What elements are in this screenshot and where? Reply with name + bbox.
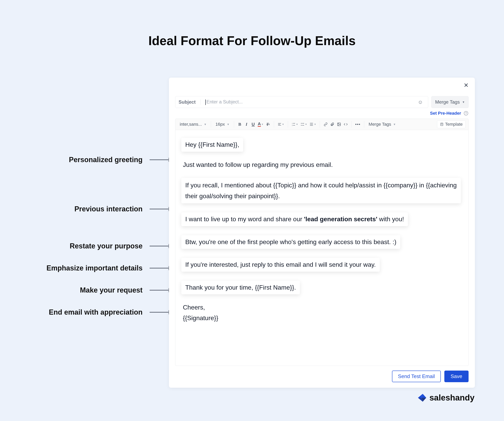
arrow-icon [150,312,172,313]
svg-text:2: 2 [292,125,293,126]
font-family-dropdown[interactable]: inter,sans... ▼ [178,121,208,128]
chevron-down-icon: ▼ [204,123,207,126]
merge-tags-label: Merge Tags [435,99,460,105]
brand-logo: saleshandy [417,393,474,403]
separator-icon [274,121,274,128]
chevron-down-icon: ▼ [393,123,396,126]
subject-placeholder-text: Enter a Subject... [207,99,243,104]
separator-icon [320,121,320,128]
email-editor-window: ✕ Subject Enter a Subject... ☺ Merge Tag… [169,78,475,388]
unordered-list-button[interactable]: ▼ [300,121,308,128]
merge-tags-toolbar-dropdown[interactable]: Merge Tags ▼ [367,121,397,128]
separator-icon [351,121,352,128]
subject-row: Subject Enter a Subject... ☺ Merge Tags … [175,96,468,108]
subject-label: Subject [179,99,201,105]
chevron-down-icon: ▼ [282,123,284,126]
font-size-value: 16px [215,122,225,127]
details-text: Btw, you're one of the first people who'… [181,235,400,249]
annotation-label: Emphasize important details [47,264,143,272]
set-preheader-link[interactable]: Set Pre-Header [430,111,461,116]
purpose-bold: 'lead generation secrets' [304,215,378,223]
formatting-toolbar: inter,sans... ▼ 16px ▼ B I U A▼ Tx ▼ 12 … [175,119,468,130]
emoji-icon[interactable]: ☺ [416,99,425,105]
arrow-icon [150,246,172,246]
arrow-icon [150,209,172,209]
arrow-icon [150,159,172,160]
ordered-list-button[interactable]: 12 ▼ [291,121,299,128]
chevron-down-icon: ▼ [227,123,229,126]
font-family-value: inter,sans... [180,122,202,127]
annotation-purpose: Restate your purpose [70,242,173,250]
annotation-column: Personalized greeting Previous interacti… [0,0,173,421]
arrow-icon [150,290,172,291]
send-test-email-button[interactable]: Send Test Email [392,371,441,382]
align-button[interactable]: ▼ [277,121,285,128]
chevron-down-icon: ▼ [261,123,264,126]
purpose-post: with you! [378,215,404,223]
help-icon[interactable]: ? [464,111,468,116]
request-text: If you're interested, just reply to this… [181,258,380,272]
email-body-editor[interactable]: Hey {{First Name}}, Just wanted to follo… [175,130,468,366]
separator-icon [364,121,364,128]
template-button[interactable]: Template [437,120,466,128]
annotation-label: End email with appreciation [49,308,143,316]
svg-point-7 [301,123,301,123]
request-line: If you're interested, just reply to this… [183,258,461,272]
saleshandy-logo-icon [417,393,427,403]
merge-tags-button[interactable]: Merge Tags ▼ [431,96,468,108]
subject-input[interactable]: Enter a Subject... [205,99,416,105]
details-line: Btw, you're one of the first people who'… [183,235,461,249]
appreciation-text: Thank you for your time, {{First Name}}. [181,281,300,294]
greeting-text: Hey {{First Name}}, [181,138,243,152]
annotation-request: Make your request [80,286,173,294]
italic-button[interactable]: I [244,121,249,128]
text-cursor-icon [205,99,206,105]
subject-field-container: Subject Enter a Subject... ☺ [175,96,428,108]
clear-format-button[interactable]: Tx [265,121,271,128]
svg-text:1: 1 [292,123,293,124]
code-button[interactable] [343,121,349,128]
link-button[interactable] [323,121,329,128]
purpose-pre: I want to live up to my word and share o… [185,215,304,223]
close-icon[interactable]: ✕ [464,82,468,88]
underline-button[interactable]: U [250,121,256,128]
chevron-down-icon: ▼ [462,100,465,104]
previous-interaction-text: If you recall, I mentioned about {{Topic… [181,178,461,203]
font-size-dropdown[interactable]: 16px ▼ [214,121,231,128]
purpose-text: I want to live up to my word and share o… [181,212,408,226]
annotation-label: Previous interaction [74,205,143,213]
signature-line: {{Signature}} [183,313,461,323]
chevron-down-icon: ▼ [314,123,316,126]
image-button[interactable] [336,121,342,128]
chevron-down-icon: ▼ [296,123,298,126]
svg-point-15 [338,123,339,124]
brand-name: saleshandy [429,393,474,403]
separator-icon [288,121,288,128]
followup-line: Just wanted to follow up regarding my pr… [183,160,461,170]
cheers-line: Cheers, [183,303,461,312]
save-button[interactable]: Save [444,371,468,382]
annotation-label: Personalized greeting [69,156,143,164]
more-button[interactable]: ••• [354,121,361,128]
annotation-details: Emphasize important details [47,264,173,272]
appreciation-line: Thank you for your time, {{First Name}}. [183,281,461,294]
bold-button[interactable]: B [237,121,243,128]
svg-point-9 [301,125,301,126]
annotation-greeting: Personalized greeting [69,156,173,164]
editor-footer: Send Test Email Save [175,371,468,382]
annotation-appreciation: End email with appreciation [49,308,173,316]
annotation-label: Make your request [80,286,143,294]
attachment-button[interactable] [329,121,335,128]
purpose-line: I want to live up to my word and share o… [183,212,461,226]
arrow-icon [150,268,172,268]
annotation-label: Restate your purpose [70,242,143,250]
template-label: Template [445,122,463,127]
font-color-button[interactable]: A▼ [257,121,264,128]
annotation-previous-interaction: Previous interaction [74,205,173,213]
line-height-button[interactable]: ▼ [309,121,317,128]
previous-interaction-line: If you recall, I mentioned about {{Topic… [183,178,461,203]
chevron-down-icon: ▼ [305,123,307,126]
merge-tags-toolbar-label: Merge Tags [369,122,391,127]
preheader-row: Set Pre-Header ? [175,111,468,116]
greeting-line: Hey {{First Name}}, [183,138,461,152]
